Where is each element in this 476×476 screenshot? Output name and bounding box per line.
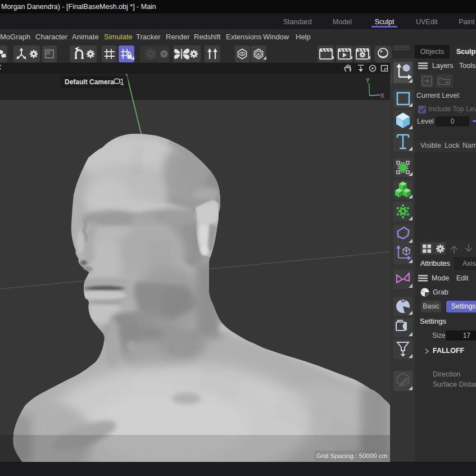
- svg-text:Default Camera: Default Camera: [65, 78, 114, 86]
- svg-text:A: A: [257, 52, 260, 57]
- svg-text:Y: Y: [366, 78, 370, 84]
- svg-text:X: X: [380, 93, 384, 99]
- svg-text:Grid Spacing : 50000 cm: Grid Spacing : 50000 cm: [316, 452, 388, 459]
